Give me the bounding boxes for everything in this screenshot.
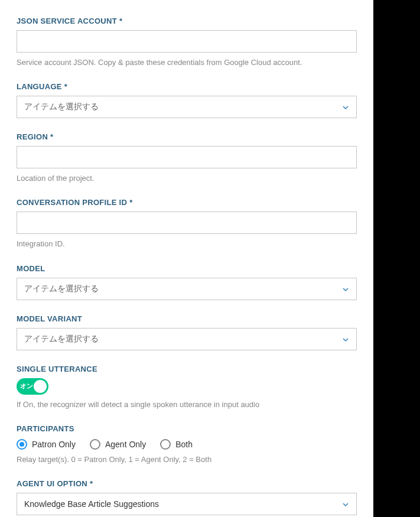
radio-patron-only[interactable]: Patron Only bbox=[17, 439, 76, 450]
single-utterance-toggle[interactable]: オン bbox=[17, 378, 48, 395]
agent-ui-option-label: AGENT UI OPTION * bbox=[17, 479, 357, 488]
model-group: MODEL アイテムを選択する bbox=[17, 264, 357, 300]
json-service-account-label: JSON SERVICE ACCOUNT * bbox=[17, 17, 357, 25]
json-service-account-help: Service account JSON. Copy & paste these… bbox=[17, 57, 357, 68]
model-variant-select[interactable]: アイテムを選択する bbox=[17, 328, 357, 350]
model-variant-placeholder: アイテムを選択する bbox=[24, 334, 99, 344]
model-variant-label: MODEL VARIANT bbox=[17, 314, 357, 323]
agent-ui-option-group: AGENT UI OPTION * Knowledge Base Article… bbox=[17, 479, 357, 515]
region-help: Location of the project. bbox=[17, 173, 357, 184]
radio-agent-only[interactable]: Agent Only bbox=[90, 439, 146, 450]
radio-circle-icon bbox=[90, 439, 100, 450]
single-utterance-label: SINGLE UTTERANCE bbox=[17, 365, 357, 373]
radio-dot-icon bbox=[19, 442, 24, 447]
chevron-down-icon bbox=[342, 336, 349, 343]
radio-both[interactable]: Both bbox=[160, 439, 193, 450]
model-select[interactable]: アイテムを選択する bbox=[17, 278, 357, 300]
single-utterance-help: If On, the recognizer will detect a sing… bbox=[17, 399, 357, 410]
participants-label: PARTICIPANTS bbox=[17, 424, 357, 433]
conversation-profile-id-group: CONVERSATION PROFILE ID * Integration ID… bbox=[17, 198, 357, 249]
language-group: LANGUAGE * アイテムを選択する bbox=[17, 82, 357, 118]
chevron-down-icon bbox=[342, 500, 349, 508]
toggle-on-label: オン bbox=[20, 382, 33, 391]
radio-label-agent: Agent Only bbox=[105, 440, 146, 449]
chevron-down-icon bbox=[342, 285, 349, 292]
radio-circle-icon bbox=[17, 439, 27, 450]
radio-circle-icon bbox=[160, 439, 171, 450]
agent-ui-option-select[interactable]: Knowledge Base Article Suggestions bbox=[17, 493, 357, 515]
toggle-knob bbox=[34, 380, 47, 393]
single-utterance-group: SINGLE UTTERANCE オン If On, the recognize… bbox=[17, 365, 357, 410]
participants-group: PARTICIPANTS Patron Only Agent Only Both… bbox=[17, 424, 357, 465]
radio-label-patron: Patron Only bbox=[32, 440, 76, 449]
agent-ui-option-value: Knowledge Base Article Suggestions bbox=[24, 499, 159, 509]
radio-label-both: Both bbox=[175, 440, 193, 449]
region-group: REGION * Location of the project. bbox=[17, 132, 357, 184]
json-service-account-input[interactable] bbox=[17, 30, 357, 53]
region-input[interactable] bbox=[17, 146, 357, 168]
chevron-down-icon bbox=[342, 103, 349, 110]
form-container: JSON SERVICE ACCOUNT * Service account J… bbox=[0, 0, 373, 517]
json-service-account-group: JSON SERVICE ACCOUNT * Service account J… bbox=[17, 17, 357, 68]
participants-radio-group: Patron Only Agent Only Both bbox=[17, 439, 357, 450]
language-select[interactable]: アイテムを選択する bbox=[17, 96, 357, 118]
participants-help: Relay target(s). 0 = Patron Only, 1 = Ag… bbox=[17, 454, 357, 465]
region-label: REGION * bbox=[17, 132, 357, 141]
model-variant-group: MODEL VARIANT アイテムを選択する bbox=[17, 314, 357, 350]
model-label: MODEL bbox=[17, 264, 357, 273]
conversation-profile-id-input[interactable] bbox=[17, 212, 357, 234]
conversation-profile-id-label: CONVERSATION PROFILE ID * bbox=[17, 198, 357, 207]
language-label: LANGUAGE * bbox=[17, 82, 357, 91]
language-placeholder: アイテムを選択する bbox=[24, 102, 99, 112]
conversation-profile-id-help: Integration ID. bbox=[17, 239, 357, 249]
model-placeholder: アイテムを選択する bbox=[24, 284, 99, 294]
